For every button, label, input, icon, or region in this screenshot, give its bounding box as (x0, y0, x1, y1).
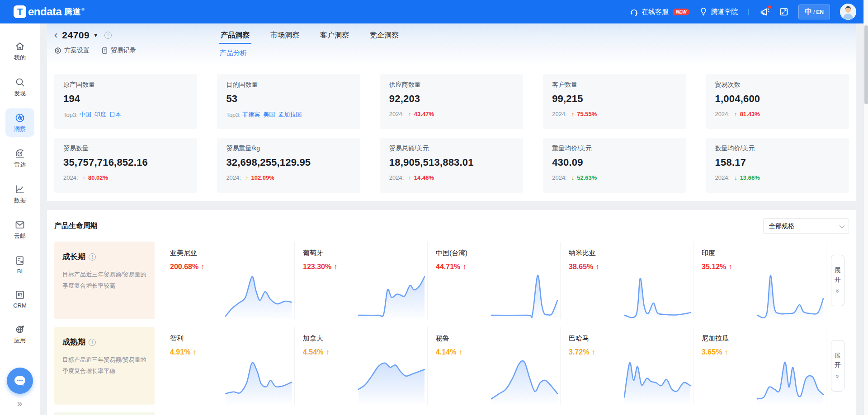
growth-rate-value: 4.91%↑ (162, 343, 294, 356)
up-arrow-icon: ↑ (201, 263, 204, 270)
sidebar-item-data[interactable]: 数据 (5, 180, 34, 208)
stat-footer: 2024:↓52.63% (552, 174, 677, 181)
country-trend-card[interactable]: 中国(台湾)44.71%↑ (428, 242, 561, 319)
growth-rate-value: 200.68%↑ (162, 257, 294, 271)
trend-sparkline-chart (623, 356, 691, 404)
tab-product-analysis[interactable]: 产品分析 (220, 49, 247, 57)
country-trend-card[interactable]: 葡萄牙123.30%↑ (295, 242, 428, 319)
sidebar-item-apps[interactable]: 应用 (5, 320, 34, 348)
growth-rate-value: 3.65%↑ (693, 343, 826, 356)
up-arrow-icon: ↑ (595, 263, 599, 270)
top3-link[interactable]: 美国 (263, 111, 275, 119)
stat-card: 数量均价/美元158.172024:↓13.66% (706, 138, 849, 193)
logo-cn-text: 腾道 (64, 6, 80, 17)
plan-settings-link[interactable]: 方案设置 (54, 47, 90, 55)
country-trend-card[interactable]: 智利4.91%↑ (162, 327, 295, 405)
country-trend-card[interactable]: 亚美尼亚200.68%↑ (162, 242, 295, 319)
sidebar-item-radar[interactable]: 雷达 (5, 144, 34, 173)
body-row: 我的发现洞察雷达数据云邮BIBICRM应用 » ‹ 24709 ▼ ! (0, 23, 868, 415)
scheme-id[interactable]: 24709 (62, 30, 90, 41)
yoy-change-value: 52.63% (577, 174, 597, 181)
chat-bubble-icon (13, 373, 27, 388)
lang-separator: / (813, 9, 815, 15)
online-service-button[interactable]: 在线客服 NEW (630, 8, 689, 16)
trend-sparkline-chart (491, 270, 558, 318)
stage-info-icon[interactable]: ! (89, 253, 96, 261)
spec-filter-select[interactable]: 全部规格 (763, 218, 849, 234)
top3-link[interactable]: 孟加拉国 (278, 111, 302, 119)
up-arrow-icon: ↑ (724, 348, 728, 356)
country-name: 秘鲁 (428, 327, 560, 343)
sidebar-item-bi[interactable]: BIBI (5, 251, 34, 278)
stat-value: 35,757,716,852.16 (63, 157, 188, 168)
tab-active-产品洞察[interactable]: 产品洞察 (220, 27, 250, 44)
trend-sparkline-chart (756, 270, 824, 318)
announcement-button[interactable] (760, 7, 769, 17)
up-arrow-icon: ↑ (334, 263, 337, 270)
scrollbar-thumb[interactable] (864, 25, 868, 104)
scheme-dropdown-caret[interactable]: ▼ (93, 33, 98, 38)
sidebar-expand-button[interactable]: » (17, 394, 23, 415)
country-trend-card[interactable]: 印度35.12%↑ (693, 242, 826, 319)
sidebar-item-label: 应用 (14, 336, 26, 345)
headset-icon (630, 8, 638, 16)
sidebar-item-mine[interactable]: 我的 (5, 37, 34, 65)
stage-info-icon[interactable]: ! (89, 339, 96, 346)
sidebar-item-discover[interactable]: 发现 (5, 73, 34, 101)
stat-card: 原产国数量194Top3:中国印度日本 (54, 74, 197, 129)
fullscreen-button[interactable] (779, 7, 788, 16)
country-trend-card[interactable]: 秘鲁4.14%↑ (428, 327, 561, 405)
country-name: 智利 (162, 327, 294, 343)
stat-title: 贸易次数 (715, 81, 840, 89)
country-trend-card[interactable]: 巴哈马3.72%↑ (561, 327, 693, 405)
country-trend-card[interactable]: 加拿大4.54%↑ (295, 327, 428, 405)
expand-button[interactable]: 展开» (831, 340, 844, 392)
stat-card: 贸易数量35,757,716,852.162024:↑80.02% (54, 138, 197, 193)
tab-竞企洞察[interactable]: 竞企洞察 (369, 27, 400, 44)
up-arrow-icon: ↑ (408, 111, 411, 117)
sidebar-item-cloud-mail[interactable]: 云邮 (5, 215, 34, 244)
tab-市场洞察[interactable]: 市场洞察 (269, 27, 300, 44)
lifecycle-rows: 成长期!目标产品近三年贸易额/贸易量的季度复合增长率较高亚美尼亚200.68%↑… (54, 242, 849, 405)
stage-description: 目标产品近三年贸易额/贸易量的季度复合增长率平稳 (62, 354, 146, 377)
radar-icon (14, 148, 25, 159)
sidebar-item-crm[interactable]: CRM (5, 285, 34, 312)
growth-rate-value: 35.12%↑ (693, 257, 826, 271)
stat-title: 贸易总额/美元 (389, 145, 514, 153)
top3-link[interactable]: 印度 (94, 111, 106, 119)
stat-footer: 2024:↑81.43% (715, 111, 840, 117)
stat-title: 原产国数量 (63, 81, 188, 89)
tab-客户洞察[interactable]: 客户洞察 (319, 27, 350, 44)
stat-card: 客户数量99,2152024:↑75.55% (543, 74, 686, 129)
svg-text:BI: BI (20, 261, 23, 264)
up-arrow-icon: ↑ (83, 174, 86, 181)
back-button[interactable]: ‹ (54, 31, 57, 40)
stat-title: 数量均价/美元 (715, 145, 840, 153)
yoy-change-value: 13.66% (740, 174, 760, 181)
main-content: ‹ 24709 ▼ ! 方案设置 贸易记录 (40, 23, 868, 415)
navbar-right-group: 在线客服 NEW 腾道学院 | 中 / EN (630, 4, 856, 20)
top3-link[interactable]: 中国 (80, 111, 91, 119)
up-arrow-icon: ↑ (591, 348, 595, 356)
country-trend-card[interactable]: 尼加拉瓜3.65%↑ (693, 327, 826, 405)
page-scrollbar[interactable] (863, 0, 868, 415)
top3-link[interactable]: 日本 (109, 111, 121, 119)
up-arrow-icon: ↑ (734, 111, 737, 117)
chat-fab-button[interactable] (7, 368, 33, 394)
new-badge: NEW (673, 9, 689, 15)
tendata-logo[interactable]: T endata 腾道 ® (14, 5, 85, 18)
language-toggle[interactable]: 中 / EN (798, 5, 830, 19)
home-icon (14, 41, 25, 52)
trade-records-link[interactable]: 贸易记录 (101, 47, 136, 55)
expand-column: 展开» (826, 327, 849, 405)
bi-report-icon: BI (14, 255, 25, 266)
expand-button[interactable]: 展开» (831, 255, 844, 306)
scheme-info-icon[interactable]: ! (104, 32, 112, 39)
sidebar-item-insight[interactable]: 洞察 (5, 108, 34, 137)
user-avatar[interactable] (840, 4, 856, 20)
stat-footer: Top3:中国印度日本 (63, 111, 188, 119)
academy-button[interactable]: 腾道学院 (699, 8, 738, 16)
stage-title: 成长期! (62, 252, 146, 262)
top3-link[interactable]: 菲律宾 (242, 111, 260, 119)
country-trend-card[interactable]: 纳米比亚38.65%↑ (561, 242, 693, 319)
